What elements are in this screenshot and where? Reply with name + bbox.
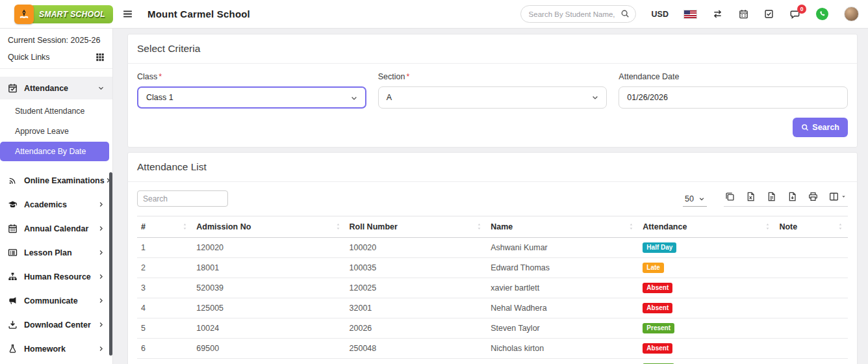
sort-icon: [628, 222, 635, 231]
table-toolbar: 50: [128, 182, 857, 213]
cell-admission-no: 10024: [192, 318, 345, 339]
sidebar-item-annual-calendar[interactable]: Annual Calendar: [0, 216, 112, 240]
currency-selector[interactable]: USD: [652, 10, 669, 19]
quick-links[interactable]: Quick Links: [0, 46, 112, 69]
section-select[interactable]: A: [378, 86, 607, 109]
cell-roll-number: 120025: [346, 278, 487, 298]
cell-admission-no: 18001: [192, 258, 345, 278]
sidebar-item-online-examinations[interactable]: Online Examinations: [0, 168, 112, 192]
sidebar-subitem-attendance-by-date[interactable]: Attendance By Date: [0, 142, 109, 161]
app-logo[interactable]: SMART SCHOOL: [0, 5, 113, 24]
sort-icon: [335, 222, 342, 231]
cell-name: Nicholas kirton: [487, 339, 639, 359]
bullhorn-icon: [8, 296, 18, 306]
cell-roll-number: 32001: [346, 298, 487, 318]
column-header[interactable]: Name: [487, 216, 639, 238]
task-check-icon[interactable]: [764, 9, 774, 19]
export-buttons: [724, 192, 848, 207]
column-header[interactable]: #: [137, 216, 192, 238]
sort-icon: [764, 222, 771, 231]
file-excel-icon[interactable]: [746, 192, 756, 202]
sidebar-item-label: Academics: [24, 200, 97, 209]
attendance-status-badge: Absent: [643, 283, 672, 293]
copy-icon[interactable]: [725, 192, 735, 202]
exchange-arrows-icon[interactable]: [712, 9, 723, 19]
sidebar-scrollbar[interactable]: [109, 172, 112, 356]
sidebar-item-label: Human Resource: [24, 272, 97, 281]
file-csv-icon[interactable]: [767, 192, 776, 202]
calendar-icon: [8, 224, 18, 233]
sidebar-item-download-center[interactable]: Download Center: [0, 313, 112, 337]
chevron-down-icon: [350, 94, 358, 102]
column-header[interactable]: Note: [775, 216, 848, 238]
search-button[interactable]: Search: [793, 118, 848, 137]
table-row: 412500532001Nehal WadheraAbsent: [137, 298, 848, 318]
cell-sr: 6: [137, 339, 192, 359]
current-session-label: Current Session: 2025-26: [0, 29, 112, 46]
calendar-icon[interactable]: [739, 9, 748, 19]
main-content: Select Criteria Class* Class 1 Section* …: [113, 29, 868, 364]
attendance-list-card: Attendance List 50 #Admission NoRoll Num…: [127, 152, 858, 364]
column-header[interactable]: Admission No: [192, 216, 345, 238]
sidebar-item-academics[interactable]: Academics: [0, 192, 112, 216]
cell-attendance: Absent: [639, 298, 775, 318]
cell-sr: 1: [137, 238, 192, 258]
attendance-table: #Admission NoRoll NumberNameAttendanceNo…: [137, 216, 848, 364]
caret-down-icon: [841, 194, 847, 200]
sidebar-item-library[interactable]: Library: [0, 361, 112, 364]
table-header-row: #Admission NoRoll NumberNameAttendanceNo…: [137, 216, 848, 238]
sidebar-item-human-resource[interactable]: Human Resource: [0, 265, 112, 289]
chevron-right-icon: [97, 249, 105, 256]
attendance-status-badge: Half Day: [643, 242, 676, 253]
print-icon[interactable]: [808, 192, 818, 202]
chat-messages-icon[interactable]: 0: [789, 9, 800, 20]
section-select-value: A: [387, 93, 392, 102]
cell-name: xavier bartlett: [487, 278, 639, 298]
rss-icon: [8, 176, 18, 185]
cell-roll-number: 20026: [346, 318, 487, 339]
sidebar-subitem-student-attendance[interactable]: Student Attendance: [0, 101, 109, 121]
section-label: Section*: [378, 72, 607, 81]
table-row: 3520039120025xavier bartlettAbsent: [137, 278, 848, 298]
class-select[interactable]: Class 1: [137, 86, 366, 109]
column-header[interactable]: Roll Number: [346, 216, 487, 238]
sidebar-item-attendance[interactable]: Attendance: [0, 77, 112, 99]
student-search-input[interactable]: [520, 5, 636, 23]
search-icon[interactable]: [620, 9, 630, 18]
cell-admission-no: 125005: [192, 298, 345, 318]
cell-roll-number: 250048: [346, 339, 487, 359]
sidebar-item-homework[interactable]: Homework: [0, 337, 112, 361]
column-header[interactable]: Attendance: [639, 216, 775, 238]
cell-sr: 4: [137, 298, 192, 318]
sidebar-item-lesson-plan[interactable]: Lesson Plan: [0, 240, 112, 265]
sidebar-subitem-approve-leave[interactable]: Approve Leave: [0, 122, 109, 141]
quick-links-label: Quick Links: [8, 53, 50, 62]
cell-attendance: Present: [639, 359, 775, 364]
page-size-value: 50: [685, 194, 694, 203]
table-search-input[interactable]: [137, 190, 228, 207]
user-avatar[interactable]: [844, 6, 859, 21]
grid-icon: [96, 53, 105, 62]
chevron-right-icon: [97, 321, 105, 328]
columns-icon[interactable]: [829, 192, 847, 202]
download-icon: [8, 320, 18, 330]
required-asterisk: *: [159, 72, 162, 81]
sidebar-item-communicate[interactable]: Communicate: [0, 289, 112, 313]
criteria-form: Class* Class 1 Section* A Atte: [128, 64, 857, 109]
sidebar-toggle-hamburger-icon[interactable]: [122, 8, 133, 20]
whatsapp-icon[interactable]: [816, 8, 828, 20]
page-size-select[interactable]: 50: [683, 193, 707, 207]
chevron-right-icon: [97, 201, 105, 208]
cell-sr: 7: [137, 359, 192, 364]
attendance-status-badge: Late: [643, 263, 664, 273]
cell-note: [775, 318, 848, 339]
file-pdf-icon[interactable]: [787, 192, 797, 202]
chat-unread-badge: 0: [797, 5, 806, 14]
cell-name: Ashwani Kumar: [487, 238, 639, 258]
sitemap-icon: [8, 272, 18, 281]
attendance-date-input[interactable]: [619, 86, 848, 109]
cell-note: [775, 359, 848, 364]
language-flag-icon[interactable]: [684, 10, 696, 18]
sidebar-item-label: Communicate: [24, 296, 97, 306]
cell-note: [775, 238, 848, 258]
